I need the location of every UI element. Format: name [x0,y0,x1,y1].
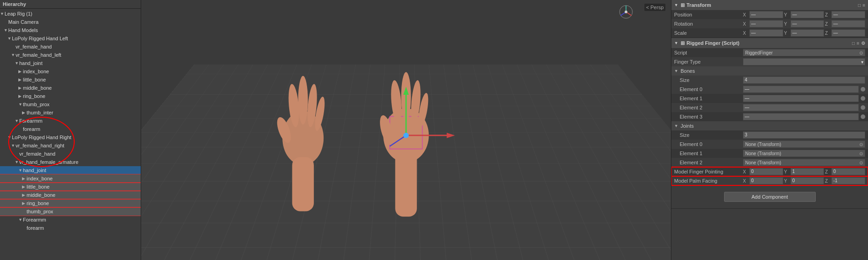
bones-elements-container: Element 0 — Element 1 — Element 2 — Elem… [671,85,868,121]
bone-el-field-2[interactable]: — [743,104,859,111]
mfp-y-field[interactable]: 1 [791,168,824,175]
hierarchy-item-vr-female-hand-left[interactable]: ▼vr_female_hand_left [0,51,141,59]
joint-element-row-0: Element 0 None (Transform) ⊙ [671,140,868,149]
finger-type-row: Finger Type ▾ [671,57,868,66]
rigged-finger-arrow: ▼ [674,41,679,45]
hierarchy-item-vr-female-hand-r[interactable]: ▼vr_female_hand_right [0,141,141,150]
bone-el-dot-3 [861,114,865,119]
hierarchy-item-forearm-l[interactable]: forearm [0,125,141,133]
hierarchy-item-index-bone-l[interactable]: ▶index_bone [0,67,141,76]
rigged-finger-icon: ⊞ [681,40,685,46]
scale-z-label: Z [825,31,830,36]
hierarchy-item-forearm-r[interactable]: forearm [0,224,141,232]
rot-y-field[interactable]: — [791,20,824,27]
mpf-z-label: Z [825,179,830,184]
hierarchy-item-forearm-r-parent[interactable]: ▼Forearmm [0,216,141,224]
hierarchy-label-thumb-inter-l: thumb_inter [27,110,53,115]
hierarchy-item-index-bone-r[interactable]: ▶index_bone [0,174,141,183]
hierarchy-arrow-forearm-r-parent: ▼ [18,217,23,222]
joint-el-label-1: Element 1 [674,151,743,156]
hierarchy-item-thumb-prox-r[interactable]: thumb_prox [0,207,141,216]
hierarchy-item-thumb-inter-l[interactable]: ▶thumb_inter [0,108,141,117]
transform-icon-menu[interactable]: ≡ [863,3,865,8]
mpf-x-field[interactable]: 0 [749,177,783,184]
rigged-finger-icons-right: □ ≡ ⚙ [852,41,865,46]
add-component-button[interactable]: Add Component [724,192,816,202]
mpf-y-field[interactable]: 0 [791,177,824,184]
mfp-z-field[interactable]: 0 [831,168,865,175]
position-label: Position [674,12,743,17]
hierarchy-item-hand-models[interactable]: ▼Hand Models [0,26,141,34]
rigged-finger-icon-menu[interactable]: ≡ [857,41,859,46]
hierarchy-label-thumb-prox-r: thumb_prox [27,209,53,214]
finger-type-select[interactable]: ▾ [743,58,865,65]
transform-icon-lock[interactable]: □ [858,3,861,8]
hierarchy-item-middle-bone-r[interactable]: ▶middle_bone [0,191,141,199]
joints-size-value: 3 [743,131,865,139]
bones-arrow: ▼ [674,69,679,73]
joint-el-field-1[interactable]: None (Transform) ⊙ [743,150,865,157]
hierarchy-header: Hierarchy [0,0,141,9]
bones-size-field[interactable]: 4 [743,76,865,84]
bone-el-field-0[interactable]: — [743,86,859,93]
hierarchy-panel: Hierarchy ▼Leap Rig (1) Main Camera▼Hand… [0,0,141,260]
hierarchy-item-leap-rig[interactable]: ▼Leap Rig (1) [0,10,141,18]
scale-label: Scale [674,30,743,36]
mpf-z-field[interactable]: -1 [831,177,865,184]
bones-size-value: 4 [743,76,865,84]
joint-el-field-0[interactable]: None (Transform) ⊙ [743,141,865,148]
joint-el-field-2[interactable]: None (Transform) ⊙ [743,159,865,166]
bone-el-field-1[interactable]: — [743,95,859,102]
joint-element-row-2: Element 2 None (Transform) ⊙ [671,158,868,167]
scale-z-field[interactable]: — [831,29,865,37]
pos-x-field[interactable]: — [749,11,783,18]
rot-x-label: X [743,22,748,27]
rot-y-label: Y [784,22,790,27]
position-row: Position X — Y — Z — [671,10,868,19]
pos-z-field[interactable]: — [831,11,865,18]
transform-title: Transform [687,2,711,8]
scale-x-field[interactable]: — [749,29,783,37]
model-palm-facing-fields: X 0 Y 0 Z -1 [743,177,865,184]
hierarchy-item-vr-female-hand-r2[interactable]: vr_female_hand [0,150,141,158]
pos-y-field[interactable]: — [791,11,824,18]
rigged-finger-section: ▼ ⊞ Rigged Finger (Script) □ ≡ ⚙ Script … [671,38,868,209]
hierarchy-item-middle-bone-l[interactable]: ▶middle_bone [0,84,141,92]
scale-x-label: X [743,31,748,36]
bone-element-row-2: Element 2 — [671,103,868,112]
hierarchy-label-middle-bone-l: middle_bone [23,85,52,91]
hierarchy-item-little-bone-r[interactable]: ▶little_bone [0,183,141,191]
joint-el-dot-1: ⊙ [859,151,863,156]
pos-y-label: Y [784,12,790,17]
hierarchy-item-lopoly-right[interactable]: ▼LoPoly Rigged Hand Right [0,133,141,141]
hierarchy-item-ring-bone-l[interactable]: ▶ring_bone [0,92,141,100]
hierarchy-item-main-camera[interactable]: Main Camera [0,18,141,26]
viewport[interactable]: < Persp [141,0,671,260]
transform-header: ▼ ⊞ Transform □ ≡ [671,0,868,10]
rot-x-field[interactable]: — [749,20,783,27]
model-finger-pointing-row: Model Finger Pointing X 0 Y 1 Z 0 [671,167,868,176]
add-component-container: Add Component [671,185,868,208]
hierarchy-item-ring-bone-r[interactable]: ▶ring_bone [0,199,141,207]
hierarchy-item-thumb-prox-l[interactable]: ▼thumb_prox [0,100,141,108]
rigged-finger-icon-settings[interactable]: ⚙ [861,41,865,46]
bone-el-field-3[interactable]: — [743,113,859,120]
rot-z-field[interactable]: — [831,20,865,27]
hierarchy-arrow-middle-bone-r: ▶ [22,193,27,197]
joint-el-label-2: Element 2 [674,160,743,165]
hierarchy-item-forearm-l-parent[interactable]: ▼Forearmm [0,117,141,125]
hierarchy-item-lopoly-left[interactable]: ▼LoPoly Rigged Hand Left [0,34,141,43]
hierarchy-item-hand-joint-l[interactable]: ▼hand_joint [0,59,141,67]
rigged-finger-icon-lock[interactable]: □ [852,41,855,46]
joint-element-row-1: Element 1 None (Transform) ⊙ [671,149,868,158]
scale-y-field[interactable]: — [791,29,824,37]
script-value-container: RiggedFinger ⊙ [743,49,865,56]
hierarchy-item-little-bone-l[interactable]: ▶little_bone [0,76,141,84]
hierarchy-item-vr-female-armature[interactable]: ▼vr_hand_female_armature [0,158,141,166]
joints-size-field[interactable]: 3 [743,131,865,139]
script-value-field[interactable]: RiggedFinger ⊙ [743,49,865,56]
hierarchy-item-vr-female-hand-l[interactable]: vr_female_hand [0,43,141,51]
hierarchy-item-hand-joint-r[interactable]: ▼hand_joint [0,166,141,174]
hierarchy-arrow-ring-bone-l: ▶ [18,94,23,98]
mfp-x-field[interactable]: 0 [749,168,783,175]
